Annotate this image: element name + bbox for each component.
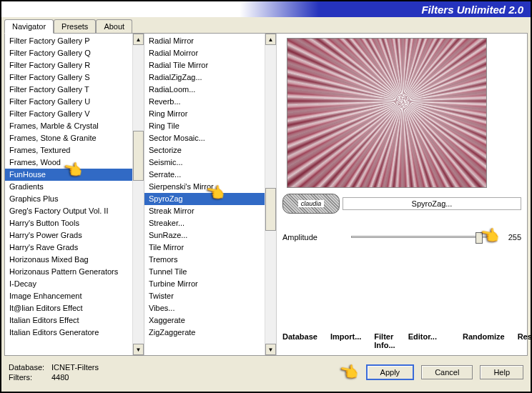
filter-item[interactable]: RadialZigZag... [144,71,276,84]
scroll-up-icon[interactable]: ▲ [265,34,276,45]
filter-item[interactable]: Ring Tile [144,120,276,132]
navigator-panel: Filter Factory Gallery PFilter Factory G… [4,33,528,356]
tab-navigator[interactable]: Navigator [4,19,54,34]
scroll-thumb[interactable] [265,188,276,231]
category-item[interactable]: Italian Editors Generatore [5,327,144,339]
category-item[interactable]: Greg's Factory Output Vol. II [5,205,144,217]
category-item[interactable]: Image Enhancement [5,290,144,302]
filters-count-label: Filters: [9,372,51,382]
filter-item[interactable]: Sectorize [144,144,276,156]
filter-item[interactable]: Tunnel Tile [144,266,276,278]
category-item[interactable]: It@lian Editors Effect [5,302,144,314]
import-button[interactable]: Import... [330,332,361,349]
filter-item[interactable]: Turbine Mirror [144,278,276,290]
category-item[interactable]: Italian Editors Effect [5,314,144,327]
tab-strip: Navigator Presets About [1,17,531,33]
filter-item[interactable]: Radial Tile Mirror [144,59,276,71]
tab-about[interactable]: About [96,19,132,33]
filter-item[interactable]: RadiaLoom... [144,84,276,96]
filter-item[interactable]: Sector Mosaic... [144,132,276,144]
titlebar: Filters Unlimited 2.0 [1,1,531,17]
category-item[interactable]: Frames, Textured [5,144,144,156]
category-item[interactable]: Filter Factory Gallery P [5,35,144,47]
tab-presets[interactable]: Presets [54,19,96,33]
scroll-thumb[interactable] [133,131,144,181]
randomize-button[interactable]: Randomize [463,332,505,349]
category-item[interactable]: Filter Factory Gallery U [5,96,144,108]
category-item[interactable]: Graphics Plus [5,193,144,205]
filters-count-value: 4480 [51,373,69,382]
watermark-text: claudia [298,200,325,207]
filter-item[interactable]: Streak Mirror [144,205,276,217]
scroll-up-icon[interactable]: ▲ [133,34,144,45]
category-item[interactable]: Gradients [5,181,144,193]
filter-item[interactable]: Tremors [144,254,276,266]
filter-item[interactable]: Sierpenski's Mirror [144,181,276,193]
filter-scrollbar[interactable]: ▲ ▼ [265,34,276,355]
scroll-down-icon[interactable]: ▼ [133,344,144,355]
filter-info-button[interactable]: Filter Info... [374,332,395,349]
preview-params-pane: claudia SpyroZag... Amplitude 255 👉 Data… [277,34,527,355]
filter-item[interactable]: Streaker... [144,217,276,229]
filter-item[interactable]: Ring Mirror [144,108,276,120]
filter-preview [287,38,487,188]
category-item[interactable]: Harry's Power Grads [5,229,144,242]
filter-item[interactable]: Serrate... [144,169,276,181]
filter-item[interactable]: Radial Mirror [144,35,276,47]
param-label: Amplitude [282,233,347,242]
watermark-badge: claudia [282,194,340,214]
category-list[interactable]: Filter Factory Gallery PFilter Factory G… [5,34,144,355]
param-amplitude-row: Amplitude 255 👉 [282,231,521,244]
category-scrollbar[interactable]: ▲ ▼ [132,34,144,355]
category-item[interactable]: I-Decay [5,278,144,290]
database-button[interactable]: Database [282,332,317,349]
param-value: 255 [501,233,521,242]
database-label: Database: [9,362,51,372]
app-title: Filters Unlimited 2.0 [421,4,523,16]
filter-item[interactable]: SpyroZag [144,193,276,205]
filter-list-col: Radial MirrorRadial MoirrorRadial Tile M… [144,34,277,355]
database-value: ICNET-Filters [51,363,99,372]
cancel-button[interactable]: Cancel [421,365,473,379]
slider-thumb[interactable] [476,232,483,244]
category-item[interactable]: Horizonaus Mixed Bag [5,254,144,266]
filter-item[interactable]: Xaggerate [144,314,276,327]
amplitude-slider[interactable] [351,231,497,244]
category-item[interactable]: Harry's Rave Grads [5,242,144,254]
bottom-bar: Database:ICNET-Filters Filters:4480 👉 Ap… [1,356,531,389]
apply-button[interactable]: Apply [366,364,415,380]
category-item[interactable]: FunHouse [5,169,144,181]
status-text: Database:ICNET-Filters Filters:4480 [9,362,99,382]
filter-item[interactable]: Tile Mirror [144,242,276,254]
filter-item[interactable]: Seismic... [144,156,276,169]
editor-button[interactable]: Editor... [408,332,437,349]
category-item[interactable]: Filter Factory Gallery R [5,59,144,71]
pointer-hand-icon: 👉 [338,362,360,383]
category-item[interactable]: Filter Factory Gallery Q [5,47,144,59]
reset-button[interactable]: Reset [518,332,532,349]
filter-item[interactable]: SunRaze... [144,229,276,242]
filter-item[interactable]: Radial Moirror [144,47,276,59]
filter-list[interactable]: Radial MirrorRadial MoirrorRadial Tile M… [144,34,276,355]
filters-unlimited-window: Filters Unlimited 2.0 Navigator Presets … [0,0,532,393]
current-filter-name: SpyroZag... [343,197,521,210]
filter-item[interactable]: Twister [144,290,276,302]
category-item[interactable]: Harry's Button Tools [5,217,144,229]
category-item[interactable]: Horizonaus Pattern Generators [5,266,144,278]
filter-item[interactable]: Vibes... [144,302,276,314]
filter-item[interactable]: ZigZaggerate [144,327,276,339]
category-item[interactable]: Filter Factory Gallery V [5,108,144,120]
category-item[interactable]: Frames, Marble & Crystal [5,120,144,132]
filter-name-row: claudia SpyroZag... [282,194,521,214]
category-item[interactable]: Filter Factory Gallery T [5,84,144,96]
scroll-down-icon[interactable]: ▼ [265,344,276,355]
help-button[interactable]: Help [480,365,523,379]
category-item[interactable]: Filter Factory Gallery S [5,71,144,84]
category-list-col: Filter Factory Gallery PFilter Factory G… [5,34,144,355]
category-item[interactable]: Frames, Stone & Granite [5,132,144,144]
filter-item[interactable]: Reverb... [144,96,276,108]
panel-button-row: Database Import... Filter Info... Editor… [282,332,521,349]
category-item[interactable]: Frames, Wood [5,156,144,169]
